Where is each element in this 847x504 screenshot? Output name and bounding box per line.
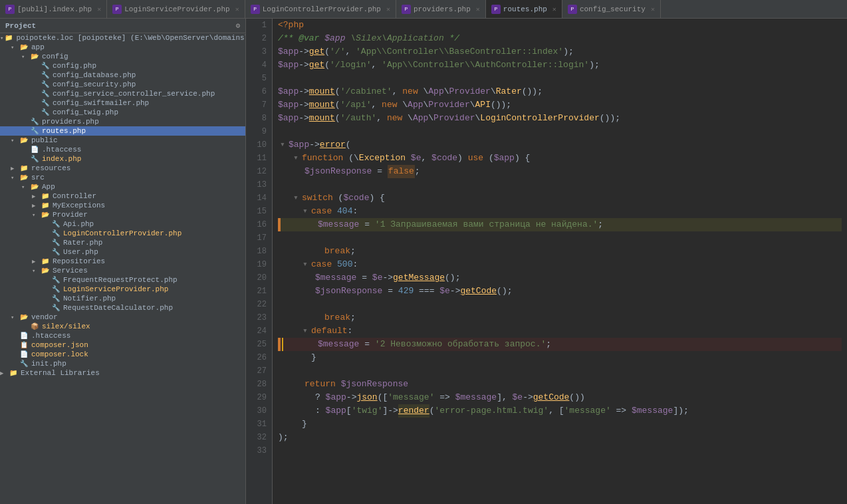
file-icon: 🔧	[40, 90, 51, 98]
sidebar-header-icons: ⚙	[235, 21, 240, 30]
tree-item-myexceptions[interactable]: ▶ 📁 MyExceptions	[0, 201, 245, 210]
tree-item-composer-json[interactable]: 📋 composer.json	[0, 340, 245, 350]
code-line-25: $message = '2 Невозможно обработать запр…	[278, 338, 842, 351]
tab-close[interactable]: ✕	[235, 5, 239, 13]
file-icon: 🔧	[40, 108, 51, 116]
line-num-17: 17	[251, 231, 267, 245]
tree-item-config-database[interactable]: 🔧 config_database.php	[0, 70, 245, 80]
file-icon: 📄	[19, 332, 29, 340]
tab-routes[interactable]: P routes.php ✕	[486, 0, 562, 19]
line-num-31: 31	[251, 418, 267, 431]
tree-label: App	[42, 183, 55, 191]
code-line-18: break;	[278, 245, 842, 258]
no-arrow	[11, 351, 19, 358]
tab-close[interactable]: ✕	[386, 5, 390, 13]
tree-item-user[interactable]: 🔧 User.php	[0, 247, 245, 257]
php-icon: P	[112, 5, 122, 14]
tab-close-index[interactable]: ✕	[97, 5, 101, 13]
tree-item-public[interactable]: ▾ 📂 public	[0, 136, 245, 145]
expand-arrow: ▾	[32, 267, 40, 275]
tree-label: config_twig.php	[53, 108, 118, 116]
no-arrow	[32, 109, 40, 116]
no-arrow	[32, 81, 40, 88]
tab-providers[interactable]: P providers.php ✕	[396, 0, 486, 19]
code-line-16: $message = '1 Запрашиваемая вами страниц…	[278, 218, 842, 231]
code-content[interactable]: <?php /** @var $app \Silex\Application *…	[273, 19, 847, 504]
line-num-15: 15	[251, 205, 267, 218]
tree-item-api[interactable]: 🔧 Api.php	[0, 219, 245, 229]
tree-label: public	[31, 136, 58, 144]
no-arrow	[32, 63, 40, 69]
line-num-26: 26	[251, 351, 267, 364]
code-line-6: $app->mount('/cabinet', new \App\Provide…	[278, 85, 842, 98]
tree-item-init[interactable]: 🔧 init.php	[0, 359, 245, 368]
line-num-8: 8	[251, 112, 267, 125]
tree-item-root[interactable]: ▾ 📁 poipoteke.loc [poipoteke] (E:\Web\Op…	[0, 33, 245, 43]
code-editor[interactable]: 1 2 3 4 5 6 7 8 9 10 11 12 13 14 15 16 1…	[246, 19, 847, 504]
tree-item-vendor[interactable]: ▾ 📂 vendor	[0, 313, 245, 322]
tree-label: LoginServiceProvider.php	[63, 285, 168, 293]
no-arrow	[32, 90, 40, 97]
tree-item-src[interactable]: ▾ 📂 src	[0, 173, 245, 182]
code-line-31: }	[278, 418, 842, 431]
code-line-21: $jsonResponse = 429 === $e->getCode();	[278, 285, 842, 298]
tree-item-config-swiftmailer[interactable]: 🔧 config_swiftmailer.php	[0, 98, 245, 108]
tree-item-resources[interactable]: ▶ 📁 resources	[0, 164, 245, 173]
tree-item-provider[interactable]: ▾ 📂 Provider	[0, 210, 245, 219]
settings-icon[interactable]: ⚙	[235, 21, 240, 30]
code-line-19: ▾ case 500:	[278, 258, 842, 271]
tree-item-notifier[interactable]: 🔧 Notifier.php	[0, 294, 245, 303]
line-num-12: 12	[251, 165, 267, 178]
tree-label: LoginControllerProvider.php	[63, 229, 182, 237]
tree-item-repositories[interactable]: ▶ 📁 Repositories	[0, 257, 245, 266]
code-line-2: /** @var $app \Silex\Application */	[278, 32, 842, 45]
tree-item-app2[interactable]: ▾ 📂 App	[0, 182, 245, 191]
tree-item-request-date[interactable]: 🔧 RequestDateCalculator.php	[0, 303, 245, 313]
tree-item-external[interactable]: ▶ 📁 External Libraries	[0, 368, 245, 378]
tree-item-config-twig[interactable]: 🔧 config_twig.php	[0, 108, 245, 117]
tree-item-config-php[interactable]: 🔧 config.php	[0, 61, 245, 70]
file-icon: 🔧	[40, 62, 51, 70]
tree-item-providers[interactable]: 🔧 providers.php	[0, 117, 245, 126]
line-num-10: 10	[251, 138, 267, 152]
file-icon: 📦	[29, 322, 40, 330]
folder-icon: 📂	[19, 136, 29, 144]
tree-item-config-security[interactable]: 🔧 config_security.php	[0, 80, 245, 89]
no-arrow	[11, 342, 19, 348]
tree-item-config[interactable]: ▾ 📂 config	[0, 52, 245, 61]
tab-close[interactable]: ✕	[651, 5, 655, 13]
tree-label: config_swiftmailer.php	[53, 99, 149, 107]
tree-item-config-service[interactable]: 🔧 config_service_controller_service.php	[0, 89, 245, 98]
tab-login-controller[interactable]: P LoginControllerProvider.php ✕	[245, 0, 396, 19]
tab-label: [publi].index.php	[17, 5, 92, 13]
tree-item-htaccess2[interactable]: 📄 .htaccess	[0, 331, 245, 340]
tree-label: Notifier.php	[63, 295, 116, 303]
tab-login-service[interactable]: P LoginServiceProvider.php ✕	[107, 0, 245, 19]
expand-arrow: ▾	[21, 53, 29, 61]
line-numbers: 1 2 3 4 5 6 7 8 9 10 11 12 13 14 15 16 1…	[246, 19, 273, 504]
tab-config-security[interactable]: P config_security ✕	[562, 0, 661, 19]
tree-item-services[interactable]: ▾ 📂 Services	[0, 266, 245, 275]
tree-item-login-service[interactable]: 🔧 LoginServiceProvider.php	[0, 285, 245, 294]
tree-item-rater[interactable]: 🔧 Rater.php	[0, 238, 245, 247]
folder-icon: 📁	[40, 192, 51, 200]
code-line-29: ? $app->json(['message' => $message], $e…	[278, 391, 842, 404]
tree-item-routes[interactable]: 🔧 routes.php	[0, 126, 245, 136]
tree-item-login-ctrl-provider[interactable]: 🔧 LoginControllerProvider.php	[0, 229, 245, 238]
tree-item-htaccess[interactable]: 📄 .htaccess	[0, 145, 245, 154]
file-icon: 🔧	[51, 248, 61, 256]
tab-index[interactable]: P [publi].index.php ✕	[0, 0, 107, 19]
tree-item-index-public[interactable]: 🔧 index.php	[0, 154, 245, 164]
tree-item-app[interactable]: ▾ 📂 app	[0, 43, 245, 52]
code-line-17	[278, 231, 842, 245]
tab-close[interactable]: ✕	[552, 5, 556, 13]
tree-label: routes.php	[42, 127, 86, 135]
sidebar-header: Project ⚙	[0, 19, 245, 33]
tree-item-frequent[interactable]: 🔧 FrequentRequestProtect.php	[0, 275, 245, 285]
no-arrow	[11, 360, 19, 367]
tree-item-composer-lock[interactable]: 📄 composer.lock	[0, 350, 245, 359]
tree-item-controller[interactable]: ▶ 📁 Controller	[0, 191, 245, 201]
code-line-10: ▾$app->error(	[278, 138, 842, 152]
tab-close[interactable]: ✕	[476, 5, 480, 13]
tree-item-silex[interactable]: 📦 silex/silex	[0, 322, 245, 331]
